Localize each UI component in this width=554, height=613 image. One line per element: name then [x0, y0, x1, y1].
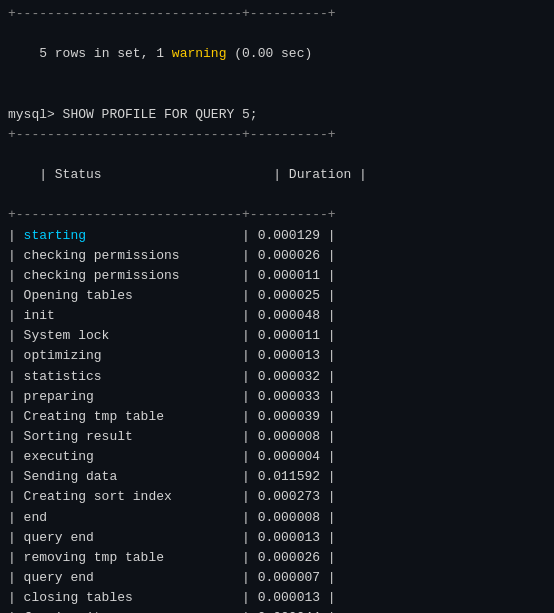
top-separator: +-----------------------------+---------…	[0, 4, 554, 24]
status-value-starting: starting	[24, 228, 235, 243]
table-row: | Creating sort index | 0.000273 |	[0, 487, 554, 507]
table-row: | Creating tmp table | 0.000039 |	[0, 407, 554, 427]
table-row: | query end | 0.000013 |	[0, 528, 554, 548]
rows-info-prefix: 5 rows in set, 1	[39, 46, 172, 61]
mysql-prompt: mysql> SHOW PROFILE FOR QUERY 5;	[0, 105, 554, 125]
table-header: | Status | Duration |	[0, 145, 554, 205]
table-row: | executing | 0.000004 |	[0, 447, 554, 467]
table-row: | checking permissions | 0.000026 |	[0, 246, 554, 266]
table-row: | removing tmp table | 0.000026 |	[0, 548, 554, 568]
blank-line-1	[0, 85, 554, 105]
table-row: | preparing | 0.000033 |	[0, 387, 554, 407]
table-row: | query end | 0.000007 |	[0, 568, 554, 588]
table-row: | System lock | 0.000011 |	[0, 326, 554, 346]
warning-word: warning	[172, 46, 227, 61]
table-row: | closing tables | 0.000013 |	[0, 588, 554, 608]
table-row: | end | 0.000008 |	[0, 508, 554, 528]
status-col-header: | Status | Duration |	[39, 167, 367, 182]
table-row: | starting | 0.000129 |	[0, 226, 554, 246]
header-separator-bottom: +-----------------------------+---------…	[0, 205, 554, 225]
table-body: | starting | 0.000129 || checking permis…	[0, 226, 554, 613]
table-row: | checking permissions | 0.000011 |	[0, 266, 554, 286]
table-row: | Sending data | 0.011592 |	[0, 467, 554, 487]
table-row: | optimizing | 0.000013 |	[0, 346, 554, 366]
table-row: | freeing items | 0.000044 |	[0, 608, 554, 613]
rows-info-line: 5 rows in set, 1 warning (0.00 sec)	[0, 24, 554, 84]
header-separator-top: +-----------------------------+---------…	[0, 125, 554, 145]
table-row: | statistics | 0.000032 |	[0, 367, 554, 387]
table-row: | init | 0.000048 |	[0, 306, 554, 326]
table-row: | Opening tables | 0.000025 |	[0, 286, 554, 306]
table-row: | Sorting result | 0.000008 |	[0, 427, 554, 447]
terminal-window: +-----------------------------+---------…	[0, 0, 554, 613]
rows-info-suffix: (0.00 sec)	[226, 46, 312, 61]
